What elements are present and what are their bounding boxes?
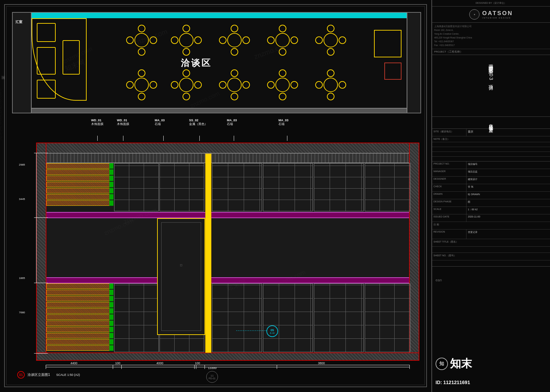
mid-floor-hatch — [46, 154, 409, 163]
date-label: 日 期 — [432, 222, 550, 229]
revision-row: REVISION 变更记录 — [432, 229, 550, 239]
zhimo-logo-area: 知 知末 — [436, 356, 547, 371]
sheet-title-label: SHEET TITLE（图名） — [432, 239, 550, 246]
issued-date-value: 2020-11-00 — [466, 214, 550, 222]
window-panel-lr3 — [314, 283, 364, 352]
zhimo-chinese-text: 知末 — [450, 356, 472, 371]
right-furniture-rect — [374, 30, 402, 57]
vert-dim-area: 2985 3445 1865 7680 — [12, 143, 35, 361]
chair-table-group-3 — [219, 25, 250, 56]
chair-table-group-7 — [171, 69, 202, 100]
id-label: ID: 1121211691 — [436, 380, 470, 385]
mat-ma03-2: MA_03 石墙 — [227, 119, 237, 126]
left-edge-watermark: 知末网 www.znzmo.com — [0, 89, 3, 141]
mid-door-frame: □ — [157, 218, 205, 335]
chair-table-group-10 — [315, 69, 346, 100]
window-panel-ul1 — [114, 163, 159, 211]
title-block: DESIGNED BY（设计单位） ★ OATSON INTERIOR DESI… — [431, 0, 550, 392]
bottom-dim-row: 4400 100 4000 100 3800 13300 — [36, 361, 419, 370]
negotiation-area-label: 洽谈区 — [181, 57, 212, 69]
sofa-left-2 — [37, 47, 56, 75]
designed-by-label: DESIGNED BY（设计单位） — [432, 0, 550, 7]
mat-wd01-1: WD_01 木饰面膜 — [91, 119, 103, 126]
note-line-2 — [432, 147, 550, 152]
drawing-title-area: 01 洽谈区立面图1 SCALE 1:50 (A2) — [17, 371, 80, 379]
window-panel-ll1 — [114, 283, 159, 352]
design-phase-label: DESIGN PHASE — [432, 199, 466, 206]
date-label-row: 日 期 — [432, 222, 550, 229]
window-panel-ur2 — [263, 163, 313, 211]
revision-label: REVISION — [432, 229, 466, 239]
dim-vert-1: 2985 — [19, 163, 25, 166]
dim-4000: 4000 — [156, 361, 163, 365]
right-wall-hatch — [409, 143, 419, 360]
sheet-title-row: SHEET TITLE（图名） — [432, 239, 550, 247]
chair-table-group-9 — [267, 69, 298, 100]
drawn-label: DRAWN — [432, 192, 466, 199]
circle-marker-05: 05 E-W — [266, 325, 278, 337]
project-title-area: 禹洲重庆室新1003项目 — [432, 55, 550, 117]
design-phase-row: DESIGN PHASE 图 — [432, 199, 550, 207]
project-sub-text: 售楼处设计方案 — [488, 120, 494, 125]
bottom-tag: 11 PD-01 — [206, 371, 218, 383]
project-no-row: PROJECT NO. 项目编号 — [432, 161, 550, 169]
main-container: 汇室 洽谈区 — [0, 0, 550, 392]
dim-100-1: 100 — [115, 361, 120, 365]
left-vertical-label-1: 知末网 — [0, 69, 6, 96]
window-panel-ur1 — [212, 163, 262, 211]
interior-design-label: INTERIOR DESIGN — [482, 17, 513, 19]
window-panel-lr4 — [365, 283, 410, 352]
elevation-body: □ 05 E-W znzmo.com 知末网 — [36, 143, 419, 361]
chair-table-group-6 — [126, 69, 157, 100]
manager-row: MANAGER 项目总监 — [432, 169, 550, 177]
drawn-value: 绘 DRAWN — [466, 192, 550, 199]
oatson-name: OATSON — [482, 10, 513, 17]
sofa-left-3 — [37, 80, 56, 99]
revision-value: 变更记录 — [466, 229, 550, 239]
sheet-title-value-row — [432, 247, 550, 253]
project-sub-area: 售楼处设计方案 — [432, 117, 550, 129]
sheet-no-value-row — [432, 260, 550, 267]
designer-row: DESIGNER 建筑设计 — [432, 177, 550, 184]
total-dim-line — [46, 367, 409, 367]
mat-ma03-1: MA_03 石墙 — [155, 119, 165, 126]
note-line-4 — [432, 157, 550, 161]
chair-table-group-5 — [315, 25, 346, 56]
project-name-text: 禹洲重庆室新1003项目 — [486, 60, 496, 111]
tb-scale-value: 1：60 h2 — [466, 207, 550, 214]
dim-vert-4: 7680 — [19, 311, 25, 314]
ean-text: ean — [436, 278, 547, 282]
logo-circle-icon: ★ — [469, 9, 480, 20]
design-phase-value: 图 — [466, 199, 550, 206]
note-label-row: NOTE（备注） — [432, 136, 550, 142]
check-label: CHECK — [432, 184, 466, 191]
floor-plan-section: 汇室 洽谈区 — [12, 12, 421, 113]
sheet-no-label: SHEET NO.（图号） — [432, 253, 550, 260]
window-panel-ul2 — [160, 163, 204, 211]
total-dim-value: 13300 — [208, 366, 217, 370]
left-wall — [13, 13, 32, 113]
window-panel-lr2 — [263, 283, 313, 352]
right-furniture-small — [384, 63, 402, 80]
window-panel-ur4 — [365, 163, 410, 211]
floor-hatch — [37, 352, 419, 360]
right-wall — [407, 13, 420, 113]
project-no-label: PROJECT NO. — [432, 161, 466, 169]
site-label: SITE（建设地点） — [432, 129, 466, 136]
top-wall — [13, 13, 420, 18]
bottom-wall — [13, 108, 420, 113]
site-value: 重庆 — [466, 129, 550, 136]
designer-value: 建筑设计 — [466, 177, 550, 184]
site-row: SITE（建设地点） 重庆 — [432, 129, 550, 136]
tb-scale-label: SCALE — [432, 207, 466, 214]
check-value: 管 旭 — [466, 184, 550, 191]
note-line-3 — [432, 152, 550, 157]
manager-label: MANAGER — [432, 169, 466, 176]
dim-100-2: 100 — [195, 361, 200, 365]
chair-table-group-8 — [219, 69, 250, 100]
left-wall-hatch — [37, 143, 46, 360]
staircase-area — [46, 283, 113, 352]
logo-text-group: OATSON INTERIOR DESIGN — [482, 10, 513, 19]
note-line-1 — [432, 142, 550, 147]
vert-separator — [205, 154, 211, 353]
